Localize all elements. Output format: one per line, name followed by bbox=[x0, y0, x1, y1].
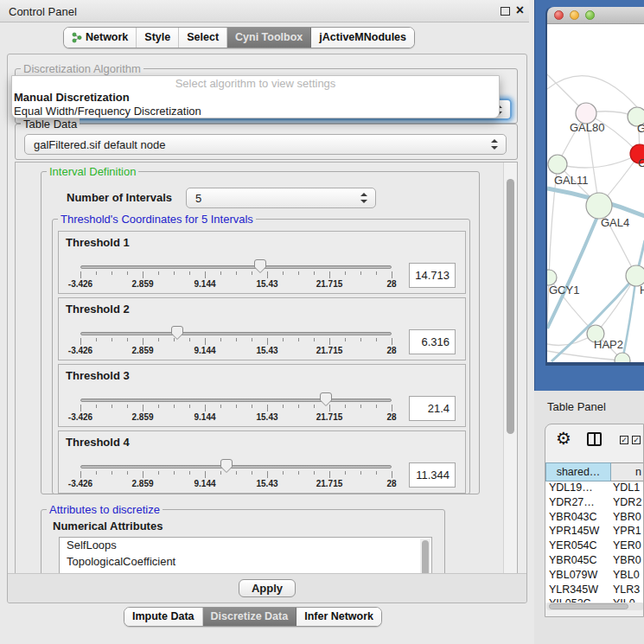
tick-mark bbox=[298, 271, 299, 275]
scrollbar-thumb[interactable] bbox=[549, 603, 628, 609]
tick-mark bbox=[360, 471, 361, 475]
tab-discretize-data[interactable]: Discretize Data bbox=[203, 608, 297, 626]
tab-style[interactable]: Style bbox=[137, 28, 179, 48]
tick-mark bbox=[80, 271, 81, 278]
tick-label: 2.859 bbox=[131, 479, 153, 488]
tick-mark bbox=[189, 338, 190, 341]
cell-shared-name[interactable]: YDR27… bbox=[545, 496, 611, 511]
table-data-group: Table Data galFiltered.sif default node bbox=[15, 124, 518, 160]
tick-mark bbox=[345, 405, 346, 408]
table-row[interactable]: YBR043CYBR0 bbox=[545, 511, 644, 526]
tick-mark bbox=[220, 471, 221, 475]
float-window-icon[interactable] bbox=[501, 7, 510, 16]
cell-name[interactable]: YBL0 bbox=[611, 569, 640, 583]
scrollbar-thumb[interactable] bbox=[507, 179, 514, 434]
table-panel-title: Table Panel bbox=[547, 400, 606, 413]
tab-impute-data[interactable]: Impute Data bbox=[124, 608, 203, 626]
combo-value: galFiltered.sif default node bbox=[34, 138, 165, 151]
menu-item-equal-width-frequency[interactable]: Equal Width/Frequency Discretization bbox=[14, 105, 201, 118]
attributes-list: SelfLoops TopologicalCoefficient Between… bbox=[59, 537, 432, 575]
cell-shared-name[interactable]: YLR345W bbox=[545, 583, 611, 598]
apply-button[interactable]: Apply bbox=[239, 579, 296, 597]
list-item[interactable]: TopologicalCoefficient bbox=[60, 554, 431, 571]
threshold-value-field[interactable]: 21.4 bbox=[409, 396, 456, 421]
slider-track[interactable] bbox=[80, 399, 392, 402]
slider-track[interactable] bbox=[80, 465, 392, 469]
tick-label: 28 bbox=[386, 346, 396, 355]
tick-mark bbox=[329, 338, 330, 345]
interval-definition-group: Interval Definition Number of Intervals … bbox=[41, 171, 480, 494]
tab-jactivemnodules[interactable]: jActiveMNodules bbox=[311, 28, 414, 48]
threshold-label: Threshold 4 bbox=[66, 436, 130, 449]
cell-shared-name[interactable]: YBR045C bbox=[545, 554, 611, 569]
table-row[interactable]: YBR045CYBR0 bbox=[545, 554, 644, 569]
slider-track[interactable] bbox=[80, 265, 392, 269]
list-scrollbar[interactable] bbox=[420, 539, 430, 575]
tick-mark bbox=[220, 271, 221, 275]
network-canvas[interactable]: GAL80 GA C GAL11 GAL4 GCY1 H HAP2 bbox=[547, 24, 644, 362]
cell-shared-name[interactable]: YPR145W bbox=[545, 525, 611, 539]
table-row[interactable]: YBL079WYBL0 bbox=[545, 569, 644, 583]
tick-label: 28 bbox=[386, 479, 396, 488]
tab-select[interactable]: Select bbox=[179, 28, 227, 48]
node-gal11[interactable] bbox=[548, 155, 567, 174]
number-of-intervals-combobox[interactable]: 5 bbox=[186, 188, 376, 208]
tick-label: 15.43 bbox=[256, 479, 277, 488]
threshold-value-field[interactable]: 11.344 bbox=[409, 462, 456, 488]
table-data-combobox[interactable]: galFiltered.sif default node bbox=[24, 134, 507, 155]
table-row[interactable]: YER054CYER0 bbox=[545, 539, 644, 554]
scrollbar-thumb[interactable] bbox=[422, 540, 429, 575]
close-icon[interactable]: × bbox=[516, 3, 524, 18]
network-window-titlebar[interactable] bbox=[547, 7, 644, 24]
checkbox-icon[interactable]: ✓ bbox=[632, 436, 641, 444]
column-header-shared-name[interactable]: shared… bbox=[545, 462, 611, 481]
tick-mark bbox=[392, 338, 392, 345]
cell-shared-name[interactable]: YDL19… bbox=[545, 481, 611, 496]
node-gal4[interactable] bbox=[586, 193, 612, 219]
slider-track[interactable] bbox=[80, 332, 392, 335]
horizontal-scrollbar[interactable] bbox=[546, 603, 644, 610]
column-header-name[interactable]: n bbox=[611, 462, 644, 481]
cell-shared-name[interactable]: YBR043C bbox=[545, 511, 611, 526]
tick-label: 2.859 bbox=[131, 279, 153, 289]
table-row[interactable]: YDR27…YDR2 bbox=[545, 496, 644, 511]
split-columns-icon[interactable] bbox=[587, 432, 602, 446]
cell-name[interactable]: YBR0 bbox=[611, 554, 641, 569]
gear-icon[interactable]: ⚙ bbox=[556, 428, 571, 449]
cell-name[interactable]: YLR3 bbox=[611, 583, 640, 598]
list-item[interactable]: SelfLoops bbox=[60, 538, 431, 554]
tick-mark bbox=[360, 271, 361, 275]
tab-label: Cyni Toolbox bbox=[235, 28, 303, 48]
minimize-button[interactable] bbox=[570, 10, 579, 20]
network-window[interactable]: GAL80 GA C GAL11 GAL4 GCY1 H HAP2 bbox=[545, 7, 644, 366]
threshold-value-field[interactable]: 14.713 bbox=[409, 263, 456, 288]
tick-mark bbox=[298, 338, 299, 341]
cell-shared-name[interactable]: YER054C bbox=[545, 539, 611, 554]
vertical-scrollbar[interactable] bbox=[503, 163, 517, 574]
threshold-value-field[interactable]: 6.316 bbox=[409, 329, 456, 354]
table-panel-region: Table Panel ⚙ ✓ ✓ shared… n YDL19…YDL1YD… bbox=[534, 391, 644, 644]
tab-cyni-toolbox[interactable]: Cyni Toolbox bbox=[227, 28, 311, 48]
threshold-1-box: Threshold 1 -3.4262.8599.14415.4321.7152… bbox=[58, 231, 466, 294]
tick-mark bbox=[345, 338, 346, 341]
tick-mark bbox=[329, 471, 330, 478]
tab-network[interactable]: Network bbox=[64, 28, 137, 48]
cell-shared-name[interactable]: YBL079W bbox=[545, 569, 611, 583]
cell-name[interactable]: YDL1 bbox=[611, 481, 640, 496]
cell-name[interactable]: YPR1 bbox=[611, 525, 641, 539]
cell-name[interactable]: YDR2 bbox=[611, 496, 641, 511]
menu-item-manual-discretization[interactable]: Manual Discretization bbox=[14, 91, 130, 104]
table-row[interactable]: YPR145WYPR1 bbox=[545, 525, 644, 539]
checkbox-icon[interactable]: ✓ bbox=[620, 436, 628, 444]
tick-mark bbox=[376, 405, 377, 408]
close-button[interactable] bbox=[554, 10, 564, 20]
tab-infer-network[interactable]: Infer Network bbox=[296, 608, 381, 626]
cell-name[interactable]: YER0 bbox=[611, 539, 641, 554]
table-row[interactable]: YDL19…YDL1 bbox=[545, 481, 644, 496]
table-row[interactable]: YLR345WYLR3 bbox=[545, 583, 644, 598]
cell-name[interactable]: YBR0 bbox=[611, 511, 641, 526]
zoom-button[interactable] bbox=[585, 10, 595, 20]
tick-mark bbox=[143, 338, 143, 345]
network-graph: GAL80 GA C GAL11 GAL4 GCY1 H HAP2 bbox=[547, 24, 644, 362]
control-panel: Control Panel × Network Style Select Cyn… bbox=[0, 0, 529, 644]
